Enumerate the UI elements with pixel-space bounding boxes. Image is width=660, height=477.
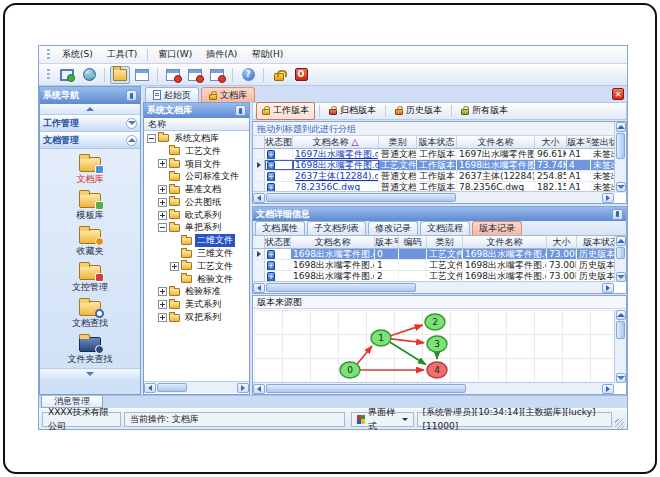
pin-icon[interactable] [235, 105, 246, 116]
column-header-category[interactable]: 类别 [379, 136, 417, 148]
scroll-up-icon[interactable] [616, 236, 626, 246]
expand-icon[interactable] [158, 185, 167, 194]
table-row-selected[interactable]: + 1698出水嘴零件图.dwg 工艺文件 工作版本 1698出水嘴零件图.dw… [253, 160, 626, 171]
globe-icon[interactable] [79, 66, 99, 84]
scrollbar-thumb[interactable] [616, 133, 625, 159]
tree-node[interactable]: 工艺文件 [144, 145, 249, 158]
tree-node[interactable]: 欧式系列 [144, 209, 249, 222]
tree-node[interactable]: 双把系列 [144, 311, 249, 324]
chevron-down-icon[interactable] [126, 118, 137, 129]
column-header-status-icon[interactable]: 状态图 [265, 236, 291, 248]
column-header-file-name[interactable]: 文件名称 [457, 136, 535, 148]
tab-start-page[interactable]: 起始页 [145, 87, 199, 102]
sidebar-item-doc-control[interactable]: 文控管理 [42, 261, 138, 294]
interface-style-dropdown[interactable]: 界面样式 [351, 412, 413, 427]
column-header-size[interactable]: 大小 [547, 236, 577, 248]
tree-node[interactable]: 公共图纸 [144, 196, 249, 209]
scroll-down-icon[interactable] [616, 272, 626, 282]
tab-document-library[interactable]: 文档库 [201, 87, 255, 102]
sidebar-group-document[interactable]: 文档管理 [40, 132, 140, 149]
graph-vertical-scrollbar[interactable] [614, 310, 626, 383]
tree-horizontal-scrollbar[interactable] [144, 381, 249, 393]
graph-horizontal-scrollbar[interactable] [253, 382, 614, 394]
window-close-icon[interactable] [207, 66, 227, 84]
tree-node[interactable]: 美式系列 [144, 298, 249, 311]
close-icon[interactable]: ✕ [612, 88, 624, 100]
tree-node[interactable]: 基准文档 [144, 183, 249, 196]
menu-system[interactable]: 系统(S) [55, 46, 100, 63]
pin-icon[interactable] [612, 209, 623, 220]
tree-node-root[interactable]: 系统文档库 [144, 132, 249, 145]
menu-tools[interactable]: 工具(T) [100, 46, 145, 63]
scroll-left-icon[interactable] [253, 384, 265, 394]
version-row-selected[interactable]: + 1698出水嘴零件图.dwg 0 工艺文件 1698出水嘴零件图.dwg 7… [253, 249, 626, 260]
drag-grip-icon[interactable] [47, 49, 50, 61]
history-version-button[interactable]: 历史版本 [390, 103, 447, 119]
scroll-left-icon[interactable] [144, 383, 156, 393]
all-versions-button[interactable]: 所有版本 [456, 103, 513, 119]
scrollbar-thumb[interactable] [616, 247, 625, 259]
expand-icon[interactable] [158, 159, 167, 168]
sidebar-group-work[interactable]: 工作管理 [40, 115, 140, 132]
scroll-right-icon[interactable] [237, 383, 249, 393]
tree-node[interactable]: 公司标准文件 [144, 170, 249, 183]
expand-icon[interactable] [158, 300, 167, 309]
column-header-version-no[interactable]: 版本号 [375, 236, 399, 248]
scrollbar-thumb[interactable] [157, 383, 187, 392]
group-by-hint[interactable]: 拖动列标题到此进行分组 [253, 122, 626, 136]
column-header-version-no[interactable]: 版本号 [567, 136, 591, 148]
expand-icon[interactable] [170, 262, 179, 271]
folder-view-icon[interactable] [132, 66, 152, 84]
tab-modify-records[interactable]: 修改记录 [368, 221, 418, 235]
scroll-right-icon[interactable] [602, 283, 614, 293]
menu-plugin[interactable]: 插件(A) [199, 46, 244, 63]
scroll-right-icon[interactable] [602, 384, 614, 394]
chevron-up-icon[interactable] [126, 135, 137, 146]
monitor-icon[interactable] [57, 66, 77, 84]
tree-node[interactable]: 单把系列 [144, 222, 249, 235]
column-header-doc-name[interactable]: 文档名称 △ [293, 136, 379, 148]
tree-node[interactable]: 三维文件 [144, 247, 249, 260]
scroll-down-icon[interactable] [616, 182, 626, 192]
collapse-icon[interactable] [147, 134, 156, 143]
column-header-code[interactable]: 编码 [399, 236, 427, 248]
column-header-file-name[interactable]: 文件名称 [463, 236, 547, 248]
window-report-icon[interactable] [185, 66, 205, 84]
expand-icon[interactable] [158, 287, 167, 296]
tree-column-header[interactable]: 名称 [144, 118, 249, 131]
column-header-version-status[interactable]: 版本状态 [417, 136, 457, 148]
column-header-doc-name[interactable]: 文档名称 [291, 236, 375, 248]
lock-icon[interactable] [269, 66, 289, 84]
scrollbar-thumb[interactable] [266, 193, 456, 202]
column-header-status-icon[interactable]: 状态图 [265, 136, 293, 148]
exit-icon[interactable]: O [291, 66, 311, 84]
grid-vertical-scrollbar[interactable] [614, 122, 626, 192]
version-graph[interactable]: 01234 [254, 310, 614, 383]
sidebar-scroll-down[interactable] [40, 368, 140, 379]
tab-version-records[interactable]: 版本记录 [472, 221, 522, 235]
tree-node[interactable]: 检验标准 [144, 286, 249, 299]
table-row[interactable]: + 1697出水嘴零件图.dwg 普通文档 工作版本 1697出水嘴零件图.dw… [253, 149, 626, 160]
expand-icon[interactable] [158, 198, 167, 207]
working-version-button[interactable]: 工作版本 [256, 102, 315, 120]
tree-node-selected[interactable]: 二维文件 [144, 234, 249, 247]
sidebar-item-doc-search[interactable]: 文档查找 [42, 297, 138, 330]
resize-grip-icon[interactable] [615, 419, 624, 429]
tree-node[interactable]: 检验文件 [144, 273, 249, 286]
tab-doc-properties[interactable]: 文档属性 [255, 221, 305, 235]
help-icon[interactable]: ? [238, 66, 258, 84]
tab-doc-flow[interactable]: 文档流程 [420, 221, 470, 235]
scroll-left-icon[interactable] [253, 193, 265, 203]
expand-icon[interactable] [158, 211, 167, 220]
scrollbar-thumb[interactable] [616, 321, 625, 339]
scroll-right-icon[interactable] [602, 193, 614, 203]
column-header-size[interactable]: 大小 [535, 136, 567, 148]
scroll-up-icon[interactable] [616, 310, 626, 320]
window-mail-icon[interactable] [163, 66, 183, 84]
menu-window[interactable]: 窗口(W) [151, 46, 199, 63]
table-row[interactable]: + 2637主体(12284).dwg 普通文档 工作版本 2637主体(122… [253, 171, 626, 182]
folder-open-icon[interactable] [110, 66, 130, 84]
sidebar-scroll-up[interactable] [40, 104, 140, 115]
sidebar-item-template-library[interactable]: 模板库 [42, 189, 138, 222]
collapse-icon[interactable] [158, 223, 167, 232]
